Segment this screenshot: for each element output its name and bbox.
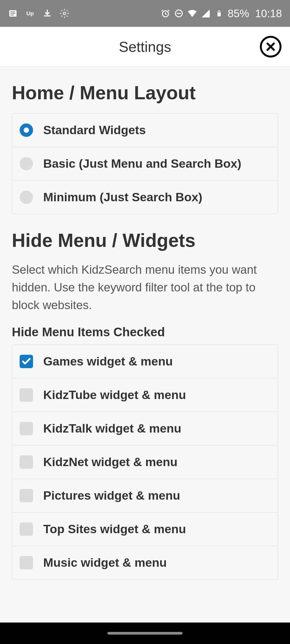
option-label: Games widget & menu (43, 354, 173, 368)
status-left: Up (8, 9, 69, 18)
option-label: Standard Widgets (43, 123, 146, 137)
radio-icon (20, 157, 33, 170)
checkbox-icon (20, 388, 33, 402)
option-label: Music widget & menu (43, 556, 167, 570)
checkbox-icon (20, 455, 33, 469)
alarm-icon (161, 9, 170, 18)
nav-bar (0, 623, 290, 644)
gear-icon (60, 9, 69, 18)
battery-text: 85% (228, 8, 249, 20)
section-description: Select which KidzSearch menu items you w… (12, 261, 278, 314)
dnd-icon (174, 9, 184, 18)
time-text: 10:18 (255, 8, 282, 20)
checkbox-icon (20, 355, 33, 368)
radio-basic[interactable]: Basic (Just Menu and Search Box) (12, 147, 278, 181)
content: Home / Menu Layout Standard Widgets Basi… (0, 67, 290, 623)
checkbox-icon (20, 556, 33, 569)
download-icon (42, 9, 52, 18)
checkbox-kidztube[interactable]: KidzTube widget & menu (12, 378, 278, 412)
option-label: KidzTalk widget & menu (43, 422, 181, 436)
svg-text:Up: Up (26, 10, 34, 16)
layout-options: Standard Widgets Basic (Just Menu and Se… (12, 113, 278, 214)
option-label: KidzNet widget & menu (43, 455, 177, 469)
radio-icon (20, 191, 33, 204)
option-label: Top Sites widget & menu (43, 522, 186, 536)
radio-minimum[interactable]: Minimum (Just Search Box) (12, 181, 278, 214)
svg-rect-10 (218, 10, 220, 11)
checkbox-games[interactable]: Games widget & menu (12, 345, 278, 378)
radio-icon (20, 123, 33, 137)
checkbox-icon (20, 422, 33, 435)
checkbox-pictures[interactable]: Pictures widget & menu (12, 479, 278, 513)
svg-rect-11 (218, 12, 220, 12)
checkbox-icon (20, 489, 33, 502)
svg-point-5 (63, 12, 66, 15)
checkbox-kidznet[interactable]: KidzNet widget & menu (12, 445, 278, 479)
checkbox-kidztalk[interactable]: KidzTalk widget & menu (12, 412, 278, 445)
status-bar: Up 85% 10:18 (0, 0, 290, 27)
status-right: 85% 10:18 (161, 8, 282, 20)
close-button[interactable] (259, 35, 282, 58)
checkbox-icon (20, 522, 33, 536)
option-label: Basic (Just Menu and Search Box) (43, 157, 241, 171)
header: Settings (0, 27, 290, 67)
wifi-icon (187, 9, 197, 18)
battery-icon (214, 9, 224, 18)
home-indicator[interactable] (107, 632, 183, 635)
section-title-hide: Hide Menu / Widgets (12, 230, 278, 251)
hide-options: Games widget & menu KidzTube widget & me… (12, 345, 278, 580)
radio-standard-widgets[interactable]: Standard Widgets (12, 114, 278, 147)
section-title-layout: Home / Menu Layout (12, 82, 278, 104)
page-title: Settings (119, 38, 171, 55)
signal-icon (201, 9, 211, 18)
option-label: KidzTube widget & menu (43, 388, 186, 402)
notification-icon (8, 9, 18, 18)
option-label: Pictures widget & menu (43, 489, 180, 503)
checkbox-music[interactable]: Music widget & menu (12, 546, 278, 579)
checkbox-topsites[interactable]: Top Sites widget & menu (12, 513, 278, 546)
option-label: Minimum (Just Search Box) (43, 190, 202, 204)
hide-subtitle: Hide Menu Items Checked (12, 325, 278, 339)
upwork-icon: Up (25, 9, 35, 18)
